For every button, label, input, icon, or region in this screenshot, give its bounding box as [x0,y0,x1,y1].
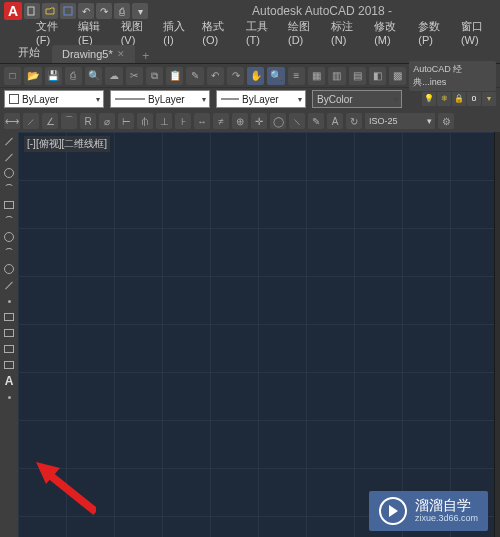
save-icon[interactable] [60,3,76,19]
dim-continue-icon[interactable]: ⊦ [175,113,191,129]
play-icon [379,497,407,525]
menu-window[interactable]: 窗口(W) [455,19,500,46]
line-tool[interactable] [2,134,16,148]
dim-angular-icon[interactable]: ∠ [42,113,58,129]
tab-drawing-label: Drawing5* [62,48,113,60]
tolerance-icon[interactable]: ⊕ [232,113,248,129]
tab-start[interactable]: 开始 [8,42,50,63]
table-tool[interactable] [2,358,16,372]
print-icon[interactable]: ⎙ [114,3,130,19]
dim-linear-icon[interactable]: ⟷ [4,113,20,129]
properties-icon[interactable]: ≡ [288,67,305,85]
open-file-icon[interactable]: 📂 [24,67,41,85]
dim-jogged-icon[interactable]: ⫛ [137,113,153,129]
menu-draw[interactable]: 绘图(D) [282,19,325,46]
watermark-title: 溜溜自学 [415,498,478,513]
copy-icon[interactable]: ⧉ [146,67,163,85]
polyline-tool[interactable] [2,150,16,164]
menu-tools[interactable]: 工具(T) [240,19,282,46]
qat-dropdown-icon[interactable]: ▾ [132,3,148,19]
plot-icon[interactable]: ⎙ [65,67,82,85]
new-tab-button[interactable]: + [137,49,155,63]
dim-text-edit-icon[interactable]: A [327,113,343,129]
hatch-tool[interactable] [2,310,16,324]
linetype-value: ByLayer [148,94,185,105]
right-strip[interactable] [494,132,500,537]
tab-drawing[interactable]: Drawing5* ✕ [52,45,135,63]
region-tool[interactable] [2,342,16,356]
linetype-combo[interactable]: ByLayer [110,90,210,108]
tool-palette-icon[interactable]: ▥ [328,67,345,85]
annotation-arrow [36,462,96,521]
menu-parameter[interactable]: 参数(P) [412,19,455,46]
addselect-tool[interactable] [2,390,16,404]
redo-icon[interactable]: ↷ [96,3,112,19]
dim-space-icon[interactable]: ↔ [194,113,210,129]
publish-icon[interactable]: ☁ [105,67,122,85]
color-combo[interactable]: ByColor [312,90,402,108]
layer-dropdown-icon[interactable]: ▾ [482,92,496,106]
spline-tool[interactable] [2,214,16,228]
revision-cloud-tool[interactable] [2,262,16,276]
new-file-icon[interactable]: □ [4,67,21,85]
dim-diameter-icon[interactable]: ⌀ [99,113,115,129]
paste-icon[interactable]: 📋 [166,67,183,85]
menu-modify[interactable]: 修改(M) [368,19,412,46]
dim-radius-icon[interactable]: R [80,113,96,129]
menu-format[interactable]: 格式(O) [196,19,240,46]
sheet-set-icon[interactable]: ▤ [349,67,366,85]
undo-icon[interactable]: ↶ [78,3,94,19]
open-icon[interactable] [42,3,58,19]
rectangle-tool[interactable] [2,198,16,212]
close-icon[interactable]: ✕ [117,49,125,59]
bulb-icon[interactable]: 💡 [422,92,436,106]
layer-zero-icon[interactable]: 0 [467,92,481,106]
layer-combo[interactable]: ByLayer [4,90,104,108]
jog-line-icon[interactable]: ⟍ [289,113,305,129]
pan-icon[interactable]: ✋ [247,67,264,85]
zoom-icon[interactable]: 🔍 [267,67,284,85]
design-center-icon[interactable]: ▦ [308,67,325,85]
inspect-icon[interactable]: ◯ [270,113,286,129]
menu-insert[interactable]: 插入(I) [157,19,196,46]
gradient-tool[interactable] [2,326,16,340]
quickcalc-icon[interactable]: ▩ [389,67,406,85]
layer-swatch-icon [9,94,19,104]
new-icon[interactable] [24,3,40,19]
undo-button-icon[interactable]: ↶ [207,67,224,85]
dimstyle-manager-icon[interactable]: ⚙ [438,113,454,129]
dim-baseline-icon[interactable]: ⊥ [156,113,172,129]
circle-tool[interactable] [2,166,16,180]
cut-icon[interactable]: ✂ [126,67,143,85]
dimstyle-combo[interactable]: ISO-25 [365,113,435,129]
arc-tool[interactable] [2,182,16,196]
dim-arc-icon[interactable]: ⌒ [61,113,77,129]
menu-dimension[interactable]: 标注(N) [325,19,368,46]
lineweight-value: ByLayer [242,94,279,105]
markup-icon[interactable]: ◧ [369,67,386,85]
workspace-selector[interactable]: AutoCAD 经典...ines [409,61,496,91]
save-file-icon[interactable]: 💾 [45,67,62,85]
text-tool[interactable]: A [2,374,16,388]
freeze-icon[interactable]: ❄ [437,92,451,106]
point-tool[interactable] [2,294,16,308]
dim-edit-icon[interactable]: ✎ [308,113,324,129]
center-mark-icon[interactable]: ✛ [251,113,267,129]
menu-edit[interactable]: 编辑(E) [72,19,115,46]
match-icon[interactable]: ✎ [186,67,203,85]
dim-break-icon[interactable]: ≠ [213,113,229,129]
lineweight-combo[interactable]: ByLayer [216,90,306,108]
ray-tool[interactable] [2,278,16,292]
dim-update-icon[interactable]: ↻ [346,113,362,129]
dim-ordinate-icon[interactable]: ⊢ [118,113,134,129]
drawing-canvas[interactable]: [-][俯视][二维线框] 溜溜自学 zixue.3d66.com [18,132,494,537]
menu-view[interactable]: 视图(V) [115,19,158,46]
ellipse-tool[interactable] [2,230,16,244]
ellipse-arc-tool[interactable] [2,246,16,260]
app-logo: A [4,2,22,20]
lock-icon[interactable]: 🔒 [452,92,466,106]
dim-aligned-icon[interactable]: ⟋ [23,113,39,129]
preview-icon[interactable]: 🔍 [85,67,102,85]
redo-button-icon[interactable]: ↷ [227,67,244,85]
viewport-label[interactable]: [-][俯视][二维线框] [24,136,110,152]
